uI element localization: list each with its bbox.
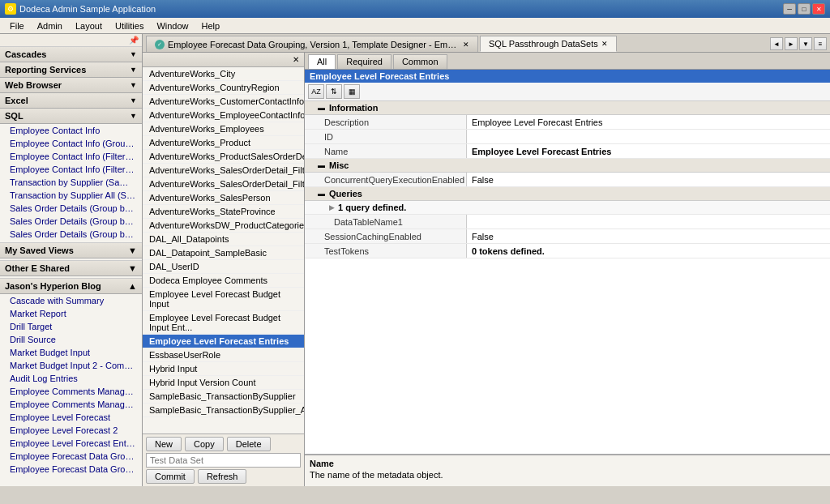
sidebar-item-sql-5[interactable]: Transaction by Supplier All (Sample... (0, 189, 142, 202)
prop-value-concurrent[interactable]: False (467, 173, 830, 186)
minimize-button[interactable]: ─ (783, 3, 796, 15)
dataset-item-13[interactable]: DAL_Datapoint_SampleBasic (143, 246, 304, 260)
sidebar-item-jh-10[interactable]: Employee Level Forecast 2 (0, 424, 142, 437)
prop-value-sessioncaching[interactable]: False (467, 229, 830, 243)
description-title: Name (310, 459, 825, 468)
sidebar-item-sql-7[interactable]: Sales Order Details (Group by: Prod... (0, 215, 142, 228)
menu-admin[interactable]: Admin (31, 19, 69, 32)
sidebar-item-jh-13[interactable]: Employee Forecast Data Grouping 2 (0, 463, 142, 476)
tab-menu-button[interactable]: ▼ (799, 37, 812, 50)
prop-value-testtokens[interactable]: 0 tokens defined. (467, 244, 830, 258)
sidebar-item-jh-3[interactable]: Drill Source (0, 333, 142, 346)
close-button[interactable]: ✕ (812, 3, 825, 15)
refresh-button[interactable]: Refresh (198, 469, 247, 484)
menu-utilities[interactable]: Utilities (109, 19, 150, 32)
expand-button[interactable]: ▦ (344, 84, 360, 99)
new-button[interactable]: New (146, 437, 182, 451)
sidebar-item-jh-0[interactable]: Cascade with Summary (0, 294, 142, 307)
tab-scroll-left-button[interactable]: ◄ (770, 37, 783, 50)
prop-name-datatable: DataTableName1 (305, 215, 467, 229)
prop-tab-all[interactable]: All (308, 54, 336, 69)
prop-value-name[interactable]: Employee Level Forecast Entries (467, 144, 830, 158)
prop-tab-required[interactable]: Required (337, 54, 391, 69)
dataset-item-3[interactable]: AdventureWorks_EmployeeContactInfo_U... (143, 109, 304, 122)
sidebar-item-sql-0[interactable]: Employee Contact Info (0, 124, 142, 137)
tab-template-designer[interactable]: ✓ Employee Forecast Data Grouping, Versi… (146, 36, 478, 52)
sidebar-item-jh-8[interactable]: Employee Comments Management (0, 398, 142, 411)
dataset-item-12[interactable]: DAL_All_Datapoints (143, 233, 304, 246)
sidebar-item-jh-12[interactable]: Employee Forecast Data Grouping (0, 450, 142, 463)
sidebar-item-jh-5[interactable]: Market Budget Input 2 - Comments (0, 359, 142, 372)
delete-button[interactable]: Delete (227, 437, 271, 451)
dataset-item-11[interactable]: AdventureWorksDW_ProductCategories (143, 219, 304, 233)
sort-icon-button[interactable]: ⇅ (326, 84, 342, 99)
dataset-item-21[interactable]: Hybrid Input Version Count (143, 376, 304, 390)
reporting-arrow-icon: ▼ (130, 66, 137, 74)
dataset-item-23[interactable]: SampleBasic_TransactionBySupplier_All (143, 404, 304, 417)
dataset-item-19[interactable]: EssbaseUserRole (143, 348, 304, 362)
menu-layout[interactable]: Layout (69, 19, 109, 32)
sidebar-item-jh-9[interactable]: Employee Level Forecast (0, 411, 142, 424)
queries-expand-icon[interactable]: ▶ (329, 203, 335, 211)
sidebar-item-jh-1[interactable]: Market Report (0, 307, 142, 320)
dataset-item-0[interactable]: AdventureWorks_City (143, 67, 304, 81)
sidebar-section-sql[interactable]: SQL ▼ (0, 109, 142, 124)
test-dataset-input[interactable] (146, 453, 301, 468)
dataset-item-7[interactable]: AdventureWorks_SalesOrderDetail_Filte... (143, 164, 304, 177)
sidebar-item-jh-6[interactable]: Audit Log Entries (0, 372, 142, 385)
tab-sql-passthrough[interactable]: SQL Passthrough DataSets ✕ (480, 36, 617, 52)
prop-tab-common[interactable]: Common (393, 54, 447, 69)
tab-close-designer[interactable]: ✕ (463, 41, 469, 49)
menu-file[interactable]: File (3, 19, 31, 32)
commit-button[interactable]: Commit (146, 469, 195, 484)
information-toggle[interactable]: ▬ (318, 104, 326, 112)
sidebar-item-sql-2[interactable]: Employee Contact Info (Filtered by... (0, 150, 142, 163)
menu-window[interactable]: Window (150, 19, 195, 32)
dataset-item-2[interactable]: AdventureWorks_CustomerContactInfo (143, 95, 304, 109)
dataset-item-16[interactable]: Employee Level Forecast Budget Input (143, 288, 304, 311)
sidebar-pin-icon[interactable]: 📌 (129, 36, 139, 45)
copy-button[interactable]: Copy (185, 437, 224, 451)
sidebar-section-jasons[interactable]: Jason's Hyperion Blog ▲ (0, 278, 142, 294)
sidebar-item-jh-4[interactable]: Market Budget Input (0, 346, 142, 359)
sidebar-item-sql-1[interactable]: Employee Contact Info (Grouped by... (0, 137, 142, 150)
dataset-item-9[interactable]: AdventureWorks_SalesPerson (143, 191, 304, 205)
dataset-item-17[interactable]: Employee Level Forecast Budget Input Ent… (143, 311, 304, 335)
tab-scroll-right-button[interactable]: ► (785, 37, 798, 50)
queries-toggle[interactable]: ▬ (318, 190, 326, 198)
prop-value-id[interactable] (467, 130, 830, 143)
sidebar-item-sql-6[interactable]: Sales Order Details (Group by Prod... (0, 202, 142, 215)
tab-close-sql[interactable]: ✕ (601, 40, 608, 48)
sort-az-button[interactable]: AZ (308, 84, 324, 99)
prop-value-description[interactable]: Employee Level Forecast Entries (467, 115, 830, 129)
sidebar-item-jh-7[interactable]: Employee Comments Management... (0, 385, 142, 398)
dataset-item-8[interactable]: AdventureWorks_SalesOrderDetail_Filtere.… (143, 177, 304, 191)
sidebar-section-otherusers[interactable]: Other E Shared ▼ (0, 260, 142, 276)
dataset-item-18[interactable]: Employee Level Forecast Entries (143, 335, 304, 348)
dataset-item-5[interactable]: AdventureWorks_Product (143, 136, 304, 150)
dataset-item-20[interactable]: Hybrid Input (143, 362, 304, 376)
dataset-item-6[interactable]: AdventureWorks_ProductSalesOrderDetail (143, 150, 304, 164)
panel-close-icon[interactable]: ✕ (293, 55, 299, 64)
maximize-button[interactable]: □ (798, 3, 811, 15)
sidebar-section-excel[interactable]: Excel ▼ (0, 93, 142, 109)
prop-value-datatable[interactable] (467, 215, 830, 229)
menu-help[interactable]: Help (195, 19, 227, 32)
sidebar-item-jh-2[interactable]: Drill Target (0, 320, 142, 333)
sidebar-item-sql-4[interactable]: Transaction by Supplier (Sample Ba... (0, 176, 142, 189)
sidebar-item-sql-3[interactable]: Employee Contact Info (Filtered by... (0, 163, 142, 176)
sidebar-section-cascades[interactable]: Cascades ▼ (0, 47, 142, 62)
sidebar-section-mysavedviews[interactable]: My Saved Views ▼ (0, 242, 142, 258)
dataset-item-1[interactable]: AdventureWorks_CountryRegion (143, 81, 304, 95)
dataset-item-10[interactable]: AdventureWorks_StateProvince (143, 205, 304, 219)
dataset-item-22[interactable]: SampleBasic_TransactionBySupplier (143, 390, 304, 404)
sidebar-section-reporting[interactable]: Reporting Services ▼ (0, 62, 142, 78)
dataset-item-15[interactable]: Dodeca Employee Comments (143, 274, 304, 288)
dataset-item-4[interactable]: AdventureWorks_Employees (143, 122, 304, 136)
misc-toggle[interactable]: ▬ (318, 161, 326, 169)
sidebar-item-sql-8[interactable]: Sales Order Details (Group by Prod... (0, 228, 142, 241)
dataset-item-14[interactable]: DAL_UserID (143, 260, 304, 274)
sidebar-section-webbrowser[interactable]: Web Browser ▼ (0, 78, 142, 93)
sidebar-item-jh-11[interactable]: Employee Level Forecast Entries (0, 437, 142, 450)
tab-list-button[interactable]: ≡ (814, 37, 827, 50)
